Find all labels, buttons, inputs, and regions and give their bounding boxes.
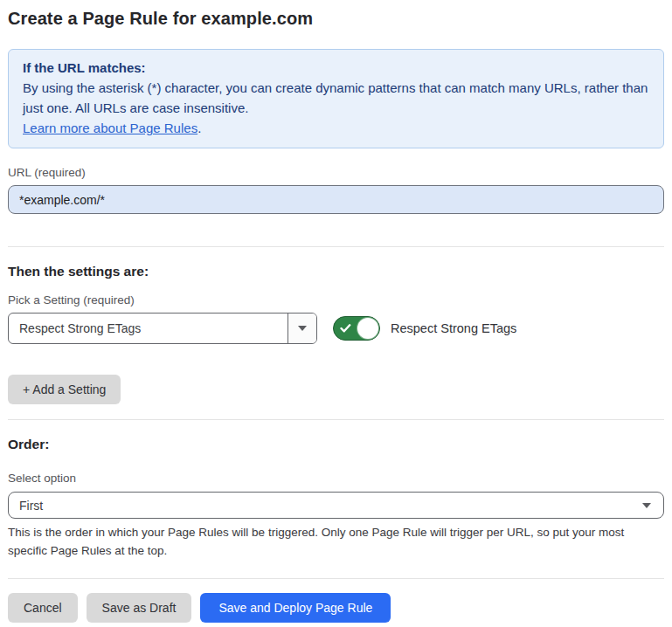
page-title: Create a Page Rule for example.com [8, 9, 664, 29]
order-select-value: First [19, 499, 43, 513]
order-help-text: This is the order in which your Page Rul… [8, 523, 664, 560]
save-as-draft-button[interactable]: Save as Draft [87, 593, 192, 623]
url-input[interactable] [8, 185, 664, 214]
respect-strong-etags-toggle[interactable] [333, 316, 380, 341]
divider [8, 419, 664, 420]
setting-select[interactable]: Respect Strong ETags [8, 313, 317, 344]
toggle-label: Respect Strong ETags [391, 321, 516, 335]
select-option-label: Select option [8, 472, 664, 485]
toggle-knob[interactable] [357, 318, 378, 339]
url-field-label: URL (required) [8, 166, 664, 179]
settings-section-heading: Then the settings are: [8, 264, 664, 279]
info-box-heading: If the URL matches: [23, 58, 649, 78]
chevron-down-icon [642, 503, 651, 508]
divider [8, 578, 664, 579]
url-match-info-box: If the URL matches: By using the asteris… [8, 49, 664, 148]
info-box-body: By using the asterisk (*) character, you… [23, 78, 649, 118]
pick-setting-label: Pick a Setting (required) [8, 293, 664, 307]
learn-more-link[interactable]: Learn more about Page Rules [23, 121, 197, 135]
save-and-deploy-button[interactable]: Save and Deploy Page Rule [200, 593, 391, 623]
setting-select-arrow-button[interactable] [288, 314, 316, 343]
cancel-button[interactable]: Cancel [8, 593, 78, 623]
order-select[interactable]: First [8, 492, 664, 519]
footer-actions: Cancel Save as Draft Save and Deploy Pag… [8, 593, 664, 623]
order-section-heading: Order: [8, 437, 664, 452]
add-setting-button[interactable]: + Add a Setting [8, 375, 121, 404]
link-suffix: . [197, 121, 201, 135]
chevron-down-icon [298, 326, 307, 331]
divider [8, 246, 664, 247]
check-icon [340, 324, 351, 334]
create-page-rule-panel: Create a Page Rule for example.com If th… [0, 9, 672, 623]
setting-row: Respect Strong ETags Respect Strong ETag… [8, 313, 664, 344]
setting-select-value: Respect Strong ETags [9, 314, 288, 343]
info-box-link-line: Learn more about Page Rules. [23, 118, 649, 138]
